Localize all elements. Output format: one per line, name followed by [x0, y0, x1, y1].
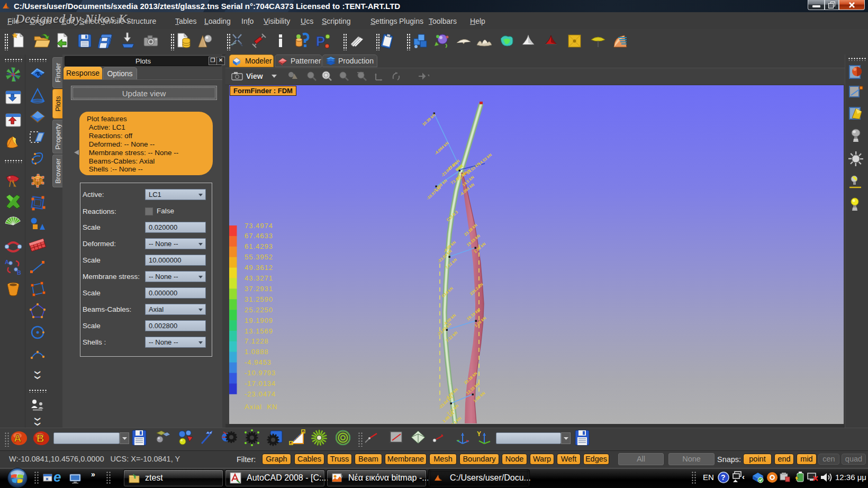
svg-text:?: ?	[721, 473, 726, 482]
svg-text:-10.9793: -10.9793	[245, 369, 276, 377]
svg-text:73.4974: 73.4974	[245, 222, 273, 230]
svg-text:A: A	[5, 259, 9, 265]
svg-text:e: e	[53, 470, 61, 485]
svg-text:Axial KN: Axial KN	[245, 403, 277, 411]
svg-text:13.1569: 13.1569	[245, 327, 273, 335]
svg-text:19.1909: 19.1909	[245, 317, 273, 324]
svg-text:55.3952: 55.3952	[245, 253, 273, 261]
svg-text:25.2250: 25.2250	[245, 306, 273, 314]
svg-text:B: B	[37, 432, 44, 444]
svg-text:1.0888: 1.0888	[245, 348, 269, 356]
svg-text:-17.0134: -17.0134	[245, 379, 276, 387]
svg-text:P: P	[316, 33, 325, 49]
svg-text:61.4293: 61.4293	[245, 242, 273, 250]
svg-text:37.2931: 37.2931	[245, 285, 273, 293]
svg-text:43.3271: 43.3271	[245, 274, 273, 282]
svg-text:67.4633: 67.4633	[245, 232, 273, 240]
svg-text:-4.9453: -4.9453	[245, 358, 272, 366]
svg-text:-23.0474: -23.0474	[245, 390, 276, 398]
svg-text:A: A	[14, 432, 21, 444]
svg-text:49.3612: 49.3612	[245, 264, 273, 272]
svg-text:31.2590: 31.2590	[245, 295, 273, 303]
svg-text:7.1228: 7.1228	[245, 337, 269, 345]
svg-text:Y: Y	[477, 430, 481, 438]
